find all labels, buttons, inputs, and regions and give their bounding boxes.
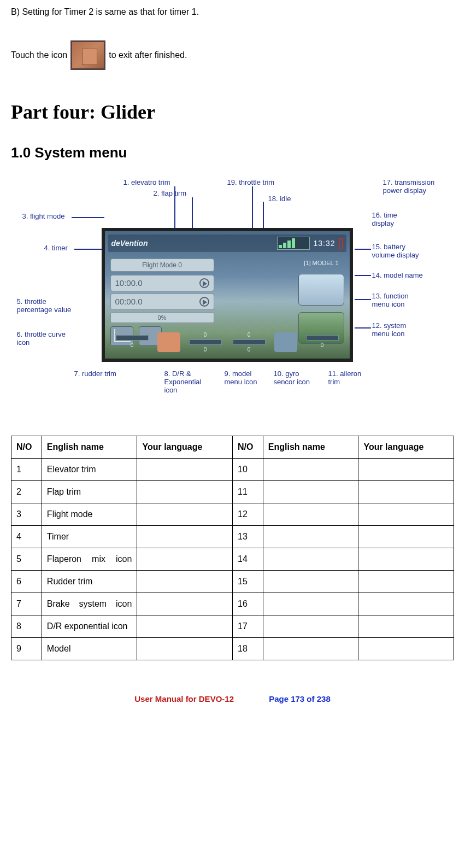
table-cell: Model bbox=[42, 638, 137, 660]
table-cell bbox=[137, 459, 233, 481]
table-row: 5Flaperon mix icon14 bbox=[11, 548, 454, 571]
table-cell bbox=[358, 593, 454, 615]
heading-part: Part four: Glider bbox=[11, 97, 454, 127]
table-cell bbox=[137, 548, 233, 571]
table-cell bbox=[137, 526, 233, 548]
table-row: 3Flight mode12 bbox=[11, 503, 454, 526]
callout-13: 13. function menu icon bbox=[372, 292, 409, 309]
callout-5: 5. throttle percentage value bbox=[17, 298, 72, 314]
table-cell: Brake system icon bbox=[42, 593, 137, 615]
touch-text-after: to exit after finished. bbox=[109, 49, 187, 62]
table-cell: 13 bbox=[232, 526, 263, 548]
callout-1: 1. elevatro trim bbox=[123, 179, 170, 187]
table-cell: 18 bbox=[232, 638, 263, 660]
system-menu-diagram: 1. elevatro trim 2. flap tirm 3. flight … bbox=[11, 179, 454, 397]
header-en-1: English name bbox=[42, 436, 137, 459]
table-row: 7Brake system icon16 bbox=[11, 593, 454, 615]
aileron-trim: 0 bbox=[304, 335, 341, 349]
callout-2: 2. flap tirm bbox=[154, 190, 187, 198]
callout-7: 7. rudder trim bbox=[74, 370, 116, 378]
header-no-1: N/O bbox=[11, 436, 42, 459]
table-cell bbox=[137, 615, 233, 638]
brand-logo: deVention bbox=[111, 238, 148, 249]
gyro-sensor-icon bbox=[274, 332, 297, 352]
callout-8: 8. D/R & Exponential icon bbox=[164, 370, 202, 395]
table-cell bbox=[358, 571, 454, 593]
table-cell bbox=[358, 481, 454, 503]
table-row: 4Timer13 bbox=[11, 526, 454, 548]
table-cell bbox=[358, 526, 454, 548]
table-row: 9Model18 bbox=[11, 638, 454, 660]
table-cell bbox=[263, 571, 358, 593]
table-row: 2Flap trim11 bbox=[11, 481, 454, 503]
trim-center-1: 00 bbox=[187, 331, 224, 354]
table-row: 1Elevator trim10 bbox=[11, 459, 454, 481]
flight-mode-display: Flight Mode 0 bbox=[110, 259, 214, 272]
model-menu-icon bbox=[157, 332, 180, 352]
callout-15: 15. battery volume display bbox=[372, 243, 419, 260]
table-cell: Flaperon mix icon bbox=[42, 548, 137, 571]
table-cell bbox=[358, 459, 454, 481]
table-cell bbox=[263, 638, 358, 660]
header-no-2: N/O bbox=[232, 436, 263, 459]
play-icon bbox=[199, 297, 209, 307]
callout-11: 11. aileron trim bbox=[328, 370, 362, 386]
header-en-2: English name bbox=[263, 436, 358, 459]
table-cell: 16 bbox=[232, 593, 263, 615]
battery-icon bbox=[339, 238, 343, 249]
table-cell: 8 bbox=[11, 615, 42, 638]
model-name: [1] MODEL 1 bbox=[235, 259, 339, 271]
footer-page: Page 173 of 238 bbox=[269, 694, 331, 703]
callout-18: 18. idle bbox=[268, 195, 291, 203]
callout-9: 9. model menu icon bbox=[225, 370, 257, 386]
callout-19: 19. throttle trim bbox=[227, 179, 275, 187]
exit-icon bbox=[70, 40, 105, 70]
table-cell bbox=[137, 638, 233, 660]
table-cell: Flight mode bbox=[42, 503, 137, 526]
callout-4: 4. timer bbox=[44, 244, 68, 253]
callout-6: 6. throttle curve icon bbox=[17, 331, 66, 347]
table-cell bbox=[263, 526, 358, 548]
table-cell: 3 bbox=[11, 503, 42, 526]
table-cell bbox=[263, 615, 358, 638]
table-cell: Elevator trim bbox=[42, 459, 137, 481]
table-cell bbox=[358, 638, 454, 660]
header-lang-2: Your language bbox=[358, 436, 454, 459]
touch-exit-line: Touch the icon to exit after finished. bbox=[11, 40, 454, 70]
table-cell: 2 bbox=[11, 481, 42, 503]
callout-17: 17. transmission power display bbox=[383, 179, 435, 195]
table-cell: 7 bbox=[11, 593, 42, 615]
timer-2: 00:00.0 bbox=[110, 294, 214, 310]
table-cell bbox=[263, 503, 358, 526]
table-cell: 15 bbox=[232, 571, 263, 593]
intro-line-1: B) Setting for Timer 2 is same as that f… bbox=[11, 5, 454, 19]
throttle-percent: 0% bbox=[110, 312, 214, 323]
callout-14: 14. model name bbox=[372, 272, 423, 280]
table-cell bbox=[137, 503, 233, 526]
table-cell: 4 bbox=[11, 526, 42, 548]
table-cell: 9 bbox=[11, 638, 42, 660]
callout-12: 12. system menu icon bbox=[372, 322, 407, 338]
table-cell bbox=[358, 615, 454, 638]
trim-center-2: 00 bbox=[231, 331, 268, 354]
device-screen: deVention 13:32 Flight Mode 0 10:00.0 00… bbox=[102, 228, 353, 362]
rudder-trim: 0 bbox=[114, 335, 151, 349]
table-cell bbox=[137, 481, 233, 503]
play-icon bbox=[199, 278, 209, 288]
table-cell: 1 bbox=[11, 459, 42, 481]
clock-display: 13:32 bbox=[313, 238, 335, 249]
table-cell: Flap trim bbox=[42, 481, 137, 503]
table-row: 8D/R exponential icon17 bbox=[11, 615, 454, 638]
callout-3: 3. flight mode bbox=[22, 213, 65, 221]
touch-text-before: Touch the icon bbox=[11, 49, 67, 62]
table-cell: 12 bbox=[232, 503, 263, 526]
table-cell bbox=[263, 593, 358, 615]
signal-icon bbox=[277, 237, 310, 250]
table-cell bbox=[263, 459, 358, 481]
header-lang-1: Your language bbox=[137, 436, 233, 459]
table-cell: Timer bbox=[42, 526, 137, 548]
table-cell: Rudder trim bbox=[42, 571, 137, 593]
table-cell: 6 bbox=[11, 571, 42, 593]
table-cell bbox=[358, 503, 454, 526]
timer-1: 10:00.0 bbox=[110, 275, 214, 291]
